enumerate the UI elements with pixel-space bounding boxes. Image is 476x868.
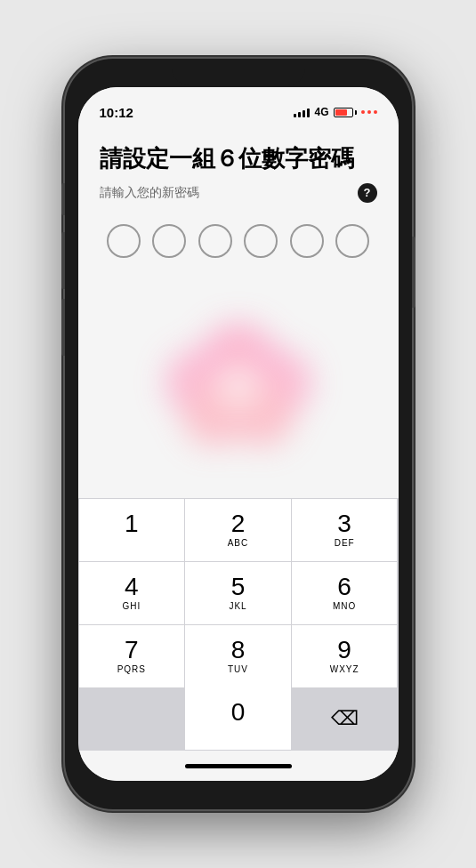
battery-icon: [334, 108, 357, 117]
key-6[interactable]: 6 MNO: [292, 562, 398, 624]
battery-body: [334, 108, 353, 117]
help-button[interactable]: ?: [358, 183, 377, 203]
pin-dot-6: [335, 224, 369, 258]
battery-tip: [355, 110, 357, 115]
key-9-number: 9: [337, 638, 351, 663]
key-6-letters: MNO: [333, 601, 356, 613]
notch: [172, 59, 305, 85]
key-6-number: 6: [337, 575, 351, 599]
pin-dot-2: [152, 224, 186, 258]
key-9[interactable]: 9 WXYZ: [292, 625, 398, 687]
key-8[interactable]: 8 TUV: [185, 625, 291, 687]
delete-button[interactable]: ⌫: [292, 687, 398, 750]
phone-frame: 10:12 4G: [65, 59, 412, 809]
key-5-number: 5: [231, 575, 246, 599]
key-8-letters: TUV: [228, 664, 248, 676]
key-1-number: 1: [125, 511, 139, 536]
keypad: 1 2 ABC 3 DEF 4 GHI: [78, 498, 399, 751]
signal-icon: [294, 107, 310, 117]
keypad-grid: 1 2 ABC 3 DEF 4 GHI: [79, 499, 398, 687]
key-4[interactable]: 4 GHI: [79, 562, 185, 624]
subtitle-row: 請輸入您的新密碼 ?: [100, 183, 377, 203]
key-7-letters: PQRS: [117, 664, 146, 676]
key-9-letters: WXYZ: [330, 664, 359, 676]
decorative-image: [100, 276, 377, 498]
pin-dot-4: [244, 224, 278, 258]
pin-dot-5: [290, 224, 324, 258]
key-0-number: 0: [231, 700, 246, 725]
more-icon: [361, 110, 377, 114]
volume-down-button[interactable]: [61, 299, 65, 356]
status-bar: 10:12 4G: [78, 87, 399, 126]
status-icons: 4G: [294, 106, 376, 118]
key-5-letters: JKL: [229, 601, 246, 613]
key-empty: [79, 687, 185, 750]
delete-icon: ⌫: [331, 707, 359, 730]
pin-input-area: [100, 224, 377, 258]
key-1[interactable]: 1: [79, 499, 185, 561]
key-8-number: 8: [231, 638, 246, 663]
network-type: 4G: [314, 106, 328, 118]
flower-decoration: [149, 307, 327, 467]
pin-dot-1: [107, 224, 141, 258]
home-indicator: [78, 751, 399, 781]
status-time: 10:12: [100, 105, 133, 120]
keypad-bottom-row: 0 ⌫: [79, 687, 398, 750]
key-7[interactable]: 7 PQRS: [79, 625, 185, 687]
home-bar: [185, 764, 292, 768]
main-content: 請設定一組６位數字密碼 請輸入您的新密碼 ?: [78, 126, 399, 498]
screen: 10:12 4G: [78, 87, 399, 781]
petal-center: [216, 365, 261, 409]
key-5[interactable]: 5 JKL: [185, 562, 291, 624]
key-3-letters: DEF: [335, 538, 355, 550]
key-2-number: 2: [231, 511, 246, 536]
key-2-letters: ABC: [228, 538, 249, 550]
key-4-number: 4: [125, 575, 139, 599]
phone-shell: 10:12 4G: [0, 0, 476, 868]
key-3[interactable]: 3 DEF: [292, 499, 398, 561]
page-title: 請設定一組６位數字密碼: [100, 144, 377, 174]
pin-dot-3: [198, 224, 232, 258]
volume-up-button[interactable]: [61, 232, 65, 289]
power-button[interactable]: [412, 237, 415, 308]
battery-fill: [335, 109, 348, 116]
help-icon: ?: [364, 186, 371, 199]
subtitle: 請輸入您的新密碼: [100, 185, 199, 201]
key-4-letters: GHI: [122, 601, 141, 613]
key-2[interactable]: 2 ABC: [185, 499, 291, 561]
key-7-number: 7: [125, 638, 139, 663]
key-0[interactable]: 0: [185, 687, 291, 750]
key-3-number: 3: [337, 511, 351, 536]
